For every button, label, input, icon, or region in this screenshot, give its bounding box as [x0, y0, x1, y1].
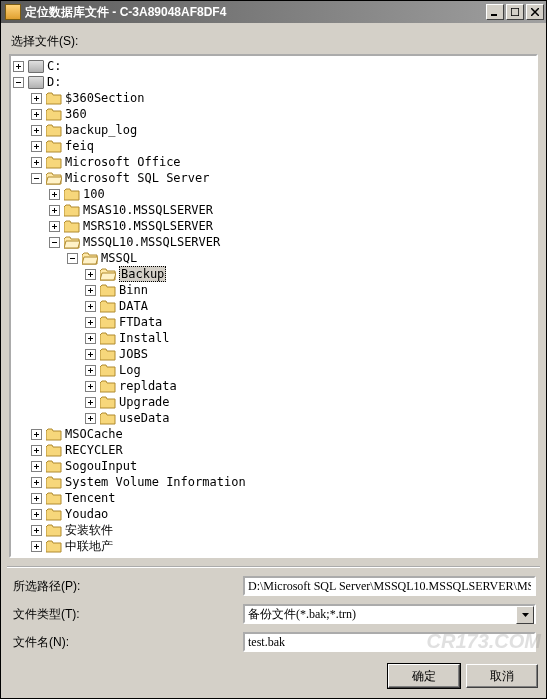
- tree-item[interactable]: MSAS10.MSSQLSERVER: [49, 202, 536, 218]
- tree-item-label: Install: [119, 331, 170, 345]
- folder-icon: [100, 332, 116, 345]
- expand-toggle[interactable]: [49, 189, 60, 200]
- tree-item[interactable]: Tencent: [31, 490, 536, 506]
- expand-toggle[interactable]: [31, 429, 42, 440]
- folder-icon: [46, 108, 62, 121]
- maximize-button[interactable]: [506, 4, 524, 20]
- expand-toggle[interactable]: [85, 365, 96, 376]
- tree-item[interactable]: useData: [85, 410, 536, 426]
- tree-item[interactable]: MSSQL: [67, 250, 536, 266]
- tree-item[interactable]: 中联地产: [31, 538, 536, 554]
- tree-item[interactable]: Youdao: [31, 506, 536, 522]
- expand-toggle[interactable]: [31, 477, 42, 488]
- filetype-combo[interactable]: [243, 604, 536, 624]
- tree-item-label: backup_log: [65, 123, 137, 137]
- folder-icon: [64, 188, 80, 201]
- folder-icon: [46, 524, 62, 537]
- folder-icon: [46, 124, 62, 137]
- folder-icon: [46, 540, 62, 553]
- expand-toggle[interactable]: [31, 157, 42, 168]
- tree-item[interactable]: backup_log: [31, 122, 536, 138]
- tree-item[interactable]: DATA: [85, 298, 536, 314]
- tree-item-label: Upgrade: [119, 395, 170, 409]
- tree-item[interactable]: MSOCache: [31, 426, 536, 442]
- expand-toggle[interactable]: [85, 269, 96, 280]
- expand-toggle[interactable]: [31, 445, 42, 456]
- path-input[interactable]: [243, 576, 536, 596]
- collapse-toggle[interactable]: [13, 77, 24, 88]
- tree-item[interactable]: Backup: [85, 266, 536, 282]
- tree-item-label: 中联地产: [65, 538, 113, 555]
- tree-item[interactable]: C:: [13, 58, 536, 74]
- tree-item-label: repldata: [119, 379, 177, 393]
- folder-icon: [64, 220, 80, 233]
- tree-item[interactable]: MSRS10.MSSQLSERVER: [49, 218, 536, 234]
- tree-item[interactable]: 360: [31, 106, 536, 122]
- collapse-toggle[interactable]: [31, 173, 42, 184]
- tree-item[interactable]: FTData: [85, 314, 536, 330]
- tree-item-label: 100: [83, 187, 105, 201]
- expand-toggle[interactable]: [31, 109, 42, 120]
- expand-toggle[interactable]: [85, 413, 96, 424]
- file-tree[interactable]: C:D:$360Section360backup_logfeiqMicrosof…: [11, 56, 536, 556]
- collapse-toggle[interactable]: [49, 237, 60, 248]
- expand-toggle[interactable]: [85, 301, 96, 312]
- tree-item[interactable]: MSSQL10.MSSQLSERVER: [49, 234, 536, 250]
- tree-item[interactable]: 安装软件: [31, 522, 536, 538]
- expand-toggle[interactable]: [49, 221, 60, 232]
- expand-toggle[interactable]: [85, 381, 96, 392]
- ok-button[interactable]: 确定: [388, 664, 460, 688]
- minimize-button[interactable]: [486, 4, 504, 20]
- expand-toggle[interactable]: [49, 205, 60, 216]
- tree-item[interactable]: Log: [85, 362, 536, 378]
- tree-item-label: MSOCache: [65, 427, 123, 441]
- expand-toggle[interactable]: [31, 509, 42, 520]
- expand-toggle[interactable]: [31, 525, 42, 536]
- expand-toggle[interactable]: [31, 93, 42, 104]
- filetype-label: 文件类型(T):: [11, 606, 243, 623]
- tree-item[interactable]: Upgrade: [85, 394, 536, 410]
- expand-toggle[interactable]: [13, 61, 24, 72]
- folder-icon: [100, 396, 116, 409]
- tree-item[interactable]: Install: [85, 330, 536, 346]
- tree-item[interactable]: SogouInput: [31, 458, 536, 474]
- tree-item[interactable]: Microsoft Office: [31, 154, 536, 170]
- expand-toggle[interactable]: [85, 349, 96, 360]
- tree-item[interactable]: JOBS: [85, 346, 536, 362]
- tree-item[interactable]: Binn: [85, 282, 536, 298]
- expand-toggle[interactable]: [85, 333, 96, 344]
- tree-item[interactable]: RECYCLER: [31, 442, 536, 458]
- folder-icon: [46, 172, 62, 185]
- tree-item[interactable]: repldata: [85, 378, 536, 394]
- tree-item[interactable]: System Volume Information: [31, 474, 536, 490]
- tree-item[interactable]: $360Section: [31, 90, 536, 106]
- tree-item[interactable]: Microsoft SQL Server: [31, 170, 536, 186]
- expand-toggle[interactable]: [31, 125, 42, 136]
- folder-icon: [46, 156, 62, 169]
- expand-toggle[interactable]: [31, 541, 42, 552]
- expand-toggle[interactable]: [85, 397, 96, 408]
- filetype-dropdown-button[interactable]: [516, 606, 534, 624]
- titlebar[interactable]: 定位数据库文件 - C-3A89048AF8DF4: [1, 1, 546, 23]
- expand-toggle[interactable]: [85, 285, 96, 296]
- close-button[interactable]: [526, 4, 544, 20]
- folder-icon: [46, 140, 62, 153]
- expand-toggle[interactable]: [31, 141, 42, 152]
- folder-icon: [64, 204, 80, 217]
- tree-item-label: Tencent: [65, 491, 116, 505]
- collapse-toggle[interactable]: [67, 253, 78, 264]
- folder-icon: [46, 444, 62, 457]
- filename-label: 文件名(N):: [11, 634, 243, 651]
- expand-toggle[interactable]: [31, 461, 42, 472]
- app-icon: [5, 4, 21, 20]
- ok-button-label: 确定: [412, 668, 436, 685]
- tree-item[interactable]: D:: [13, 74, 536, 90]
- select-file-label: 选择文件(S):: [1, 23, 546, 54]
- tree-item[interactable]: 100: [49, 186, 536, 202]
- tree-item[interactable]: feiq: [31, 138, 536, 154]
- expand-toggle[interactable]: [31, 493, 42, 504]
- folder-icon: [100, 380, 116, 393]
- expand-toggle[interactable]: [85, 317, 96, 328]
- cancel-button[interactable]: 取消: [466, 664, 538, 688]
- filename-input[interactable]: [243, 632, 536, 652]
